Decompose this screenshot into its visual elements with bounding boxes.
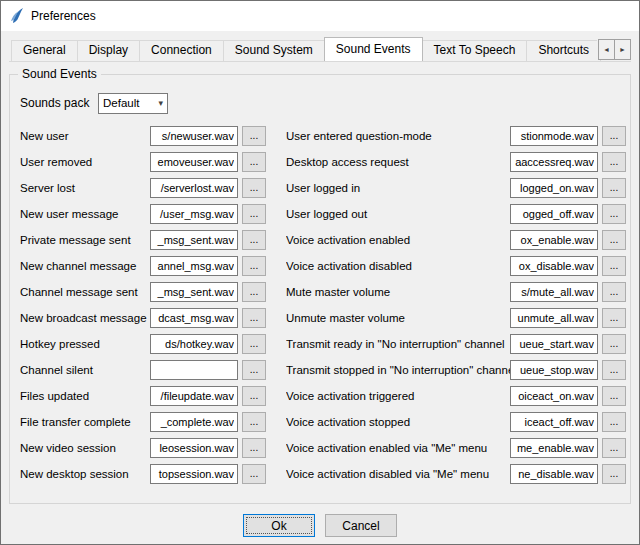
- browse-button[interactable]: ...: [242, 282, 266, 302]
- sound-file-input[interactable]: [510, 334, 598, 354]
- sound-file-input[interactable]: [510, 256, 598, 276]
- sound-file-input[interactable]: [510, 282, 598, 302]
- sound-event-label: New channel message: [20, 260, 150, 272]
- browse-button[interactable]: ...: [242, 152, 266, 172]
- sound-event-label: New user message: [20, 208, 150, 220]
- sound-event-row: Transmit ready in "No interruption" chan…: [286, 331, 626, 357]
- chevron-down-icon: ▾: [158, 98, 163, 108]
- sound-file-input[interactable]: [150, 386, 238, 406]
- sound-events-group: Sound Events Sounds pack Default ▾ New u…: [9, 74, 631, 504]
- sound-file-input[interactable]: [150, 464, 238, 484]
- sound-event-row: Private message sent...: [20, 227, 278, 253]
- tab-bar: GeneralDisplayConnectionSound SystemSoun…: [9, 37, 631, 62]
- sounds-pack-row: Sounds pack Default ▾: [20, 91, 620, 115]
- sound-file-input[interactable]: [150, 230, 238, 250]
- browse-button[interactable]: ...: [242, 178, 266, 198]
- browse-button[interactable]: ...: [242, 438, 266, 458]
- sound-event-label: Files updated: [20, 390, 150, 402]
- sound-file-input[interactable]: [510, 178, 598, 198]
- sound-file-input[interactable]: [510, 412, 598, 432]
- tab-scroll: ◄ ►: [597, 39, 631, 60]
- browse-button[interactable]: ...: [602, 230, 626, 250]
- browse-button[interactable]: ...: [242, 412, 266, 432]
- browse-button[interactable]: ...: [602, 204, 626, 224]
- tab-scroll-right-button[interactable]: ►: [614, 39, 631, 60]
- browse-button[interactable]: ...: [242, 230, 266, 250]
- sound-event-label: User entered question-mode: [286, 130, 510, 142]
- sound-file-input[interactable]: [150, 308, 238, 328]
- tab-strip: GeneralDisplayConnectionSound SystemSoun…: [9, 36, 631, 61]
- sound-file-input[interactable]: [510, 126, 598, 146]
- sound-event-label: New user: [20, 130, 150, 142]
- sound-event-row: Desktop access request...: [286, 149, 626, 175]
- sound-event-label: Private message sent: [20, 234, 150, 246]
- browse-button[interactable]: ...: [602, 256, 626, 276]
- sound-event-row: Voice activation disabled...: [286, 253, 626, 279]
- tab-connection[interactable]: Connection: [139, 40, 224, 61]
- browse-button[interactable]: ...: [602, 386, 626, 406]
- browse-button[interactable]: ...: [602, 438, 626, 458]
- browse-button[interactable]: ...: [242, 334, 266, 354]
- browse-button[interactable]: ...: [602, 360, 626, 380]
- tab-display[interactable]: Display: [77, 40, 140, 61]
- sound-file-input[interactable]: [150, 412, 238, 432]
- sound-event-row: New user...: [20, 123, 278, 149]
- cancel-button[interactable]: Cancel: [325, 514, 397, 537]
- tab-text-to-speech[interactable]: Text To Speech: [422, 40, 528, 61]
- sound-event-row: New channel message...: [20, 253, 278, 279]
- browse-button[interactable]: ...: [242, 126, 266, 146]
- browse-button[interactable]: ...: [242, 360, 266, 380]
- sound-file-input[interactable]: [150, 126, 238, 146]
- browse-button[interactable]: ...: [242, 308, 266, 328]
- window-title: Preferences: [31, 9, 96, 23]
- tab-general[interactable]: General: [11, 40, 78, 61]
- browse-button[interactable]: ...: [242, 464, 266, 484]
- sound-event-row: Hotkey pressed...: [20, 331, 278, 357]
- browse-button[interactable]: ...: [602, 282, 626, 302]
- tab-sound-events[interactable]: Sound Events: [324, 37, 423, 61]
- browse-button[interactable]: ...: [242, 256, 266, 276]
- sound-file-input[interactable]: [150, 178, 238, 198]
- tab-scroll-left-button[interactable]: ◄: [598, 39, 615, 60]
- sound-file-input[interactable]: [150, 438, 238, 458]
- sound-file-input[interactable]: [150, 360, 238, 380]
- sounds-pack-select[interactable]: Default ▾: [98, 93, 168, 114]
- browse-button[interactable]: ...: [242, 204, 266, 224]
- sound-event-label: New desktop session: [20, 468, 150, 480]
- events-column-right: User entered question-mode...Desktop acc…: [286, 123, 626, 487]
- sound-file-input[interactable]: [510, 386, 598, 406]
- sound-file-input[interactable]: [510, 308, 598, 328]
- sound-file-input[interactable]: [150, 334, 238, 354]
- ok-button[interactable]: Ok: [243, 514, 315, 537]
- sound-event-label: Desktop access request: [286, 156, 510, 168]
- tab-sound-system[interactable]: Sound System: [223, 40, 325, 61]
- app-icon: [9, 8, 25, 24]
- sound-event-label: User logged out: [286, 208, 510, 220]
- sound-file-input[interactable]: [510, 438, 598, 458]
- sound-file-input[interactable]: [150, 152, 238, 172]
- sound-file-input[interactable]: [510, 204, 598, 224]
- sound-file-input[interactable]: [510, 360, 598, 380]
- tab-shortcuts[interactable]: Shortcuts: [526, 40, 601, 61]
- sound-event-row: Voice activation stopped...: [286, 409, 626, 435]
- sound-events-rows: New user...User removed...Server lost...…: [20, 123, 620, 487]
- sound-file-input[interactable]: [150, 204, 238, 224]
- sound-event-row: New user message...: [20, 201, 278, 227]
- sound-file-input[interactable]: [510, 230, 598, 250]
- browse-button[interactable]: ...: [242, 386, 266, 406]
- browse-button[interactable]: ...: [602, 464, 626, 484]
- sound-file-input[interactable]: [510, 464, 598, 484]
- sound-file-input[interactable]: [150, 256, 238, 276]
- browse-button[interactable]: ...: [602, 178, 626, 198]
- browse-button[interactable]: ...: [602, 308, 626, 328]
- sound-event-label: File transfer complete: [20, 416, 150, 428]
- browse-button[interactable]: ...: [602, 152, 626, 172]
- sound-event-label: Unmute master volume: [286, 312, 510, 324]
- browse-button[interactable]: ...: [602, 334, 626, 354]
- sound-file-input[interactable]: [150, 282, 238, 302]
- browse-button[interactable]: ...: [602, 126, 626, 146]
- sound-event-row: Voice activation enabled via "Me" menu..…: [286, 435, 626, 461]
- sound-file-input[interactable]: [510, 152, 598, 172]
- sound-event-label: Voice activation stopped: [286, 416, 510, 428]
- browse-button[interactable]: ...: [602, 412, 626, 432]
